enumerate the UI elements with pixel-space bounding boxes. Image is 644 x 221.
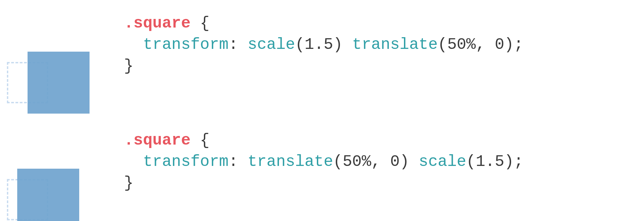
transformed-square	[28, 52, 90, 114]
close-brace: }	[124, 57, 134, 75]
css-function-scale: scale	[248, 36, 295, 54]
space	[409, 153, 419, 171]
indent	[124, 153, 143, 171]
css-selector: .square	[124, 131, 190, 149]
css-function-translate: translate	[352, 36, 438, 54]
indent	[124, 36, 143, 54]
close-paren: )	[504, 36, 514, 54]
css-value: 1.5	[476, 153, 504, 171]
code-snippet-1: .square { transform: scale(1.5) translat…	[124, 13, 644, 77]
css-function-translate: translate	[248, 153, 333, 171]
semicolon: ;	[514, 153, 523, 171]
css-property: transform	[143, 36, 228, 54]
open-paren: (	[295, 36, 305, 54]
open-brace: {	[190, 14, 209, 32]
css-property: transform	[143, 153, 228, 171]
colon: :	[229, 36, 248, 54]
transformed-square	[17, 169, 79, 221]
code-snippet-2: .square { transform: translate(50%, 0) s…	[124, 130, 644, 194]
css-value: 50%, 0	[343, 153, 400, 171]
css-function-scale: scale	[419, 153, 466, 171]
css-value: 50%, 0	[447, 36, 505, 54]
close-paren: )	[333, 36, 343, 54]
open-paren: (	[333, 153, 343, 171]
open-paren: (	[466, 153, 476, 171]
close-paren: )	[400, 153, 409, 171]
css-selector: .square	[124, 14, 190, 32]
space	[343, 36, 352, 54]
close-paren: )	[504, 153, 514, 171]
css-value: 1.5	[305, 36, 333, 54]
example-row-2: .square { transform: translate(50%, 0) s…	[0, 117, 644, 207]
semicolon: ;	[514, 36, 523, 54]
colon: :	[229, 153, 248, 171]
close-brace: }	[124, 174, 134, 192]
open-brace: {	[190, 131, 209, 149]
open-paren: (	[438, 36, 447, 54]
example-row-1: .square { transform: scale(1.5) translat…	[0, 0, 644, 90]
